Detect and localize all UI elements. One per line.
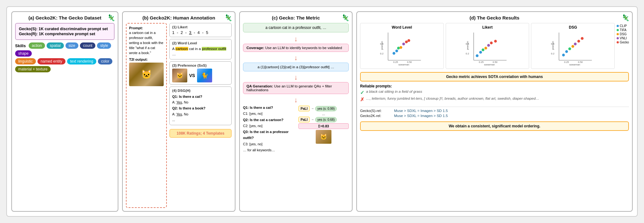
skill-named-entity: named entity <box>37 58 65 64</box>
cat-small-image: 🐱 <box>316 130 331 144</box>
svg-text:pearson: pearson <box>552 41 555 50</box>
qa-q2: Q2: Is the cat a cartoon? <box>243 117 296 123</box>
panel-c: 🦎 (c) Gecko: The Metric a cartoon cat in… <box>239 11 353 212</box>
qa-gen-title: QA Generation: <box>246 84 273 88</box>
skill-color: color <box>98 58 112 64</box>
consistent-box: We obtain a consistent, significant mode… <box>360 121 629 131</box>
check-icon: ✓ <box>360 90 364 96</box>
gecko-r-text: Gecko(R): 1K comprehensive prompt set <box>19 32 111 36</box>
qa-gen-box: QA Generation: Use an LLM to generate QA… <box>243 82 349 94</box>
yes-bubble-1: yes (s: 0.99) <box>315 106 337 111</box>
dsg-a2: A: Yes, No <box>172 111 229 117</box>
svg-point-22 <box>476 54 478 57</box>
svg-text:0.2: 0.2 <box>551 52 555 55</box>
arrow-3: ↓ <box>243 73 349 81</box>
skill-linguistic: linguistic <box>15 58 36 64</box>
legend-label-clip: CLIP <box>620 24 627 28</box>
ordering-row-1: Gecko(S)-rel: Muse > SDXL = Imagen > SD … <box>360 108 629 113</box>
preference-box: (3) Preference (SxS) 🐱 VS 🐈 <box>169 61 232 85</box>
panel-b-inner: Prompt: a cartoon cat in a professor out… <box>126 23 232 208</box>
chart-dsg: DSG 0.25 0.50 0.2 0.4 pearson sp <box>531 23 615 69</box>
annotation4-title: (4) DSG(H) <box>172 89 229 92</box>
chart3-title: DSG <box>533 25 613 30</box>
legend-dot-tifa <box>617 29 619 31</box>
bad-prompt-text: …, letterism, funny jumbled let-ters, [ … <box>366 97 539 100</box>
annotation-right: (1) Likert 1 - 2 - 3 - 4 - 5 (2) Word Le… <box>169 23 232 208</box>
good-prompt-item: ✓ a black cat sitting in a field of gras… <box>360 90 629 96</box>
legend-label-vnli: VNLI <box>620 36 627 40</box>
arrow-pali-2: → <box>311 118 314 121</box>
svg-text:spearman: spearman <box>484 63 495 65</box>
gecko-dataset-info: Gecko(S): 1K curated discriminative prom… <box>15 23 115 40</box>
good-prompt-text: a black cat sitting in a field of grass <box>366 90 422 93</box>
highlight-cartoon: cartoon <box>175 47 188 51</box>
gecko-icon-b: 🦎 <box>224 14 232 21</box>
skill-spatial: spatial <box>47 42 64 49</box>
word-level-box: (2) Word Level A cartoon cat in a profes… <box>169 39 232 59</box>
legend-dsg: DSG <box>617 32 629 36</box>
dsg-q1: Q1: Is there a cat? <box>172 94 229 100</box>
svg-point-7 <box>393 52 395 55</box>
legend-dot-dsg <box>617 33 619 35</box>
likert-box: (1) Likert 1 - 2 - 3 - 4 - 5 <box>169 23 232 37</box>
preference-images: 🐱 VS 🐈 <box>172 69 229 82</box>
legend-dot-clip <box>617 25 619 27</box>
panel-a-title: (a) Gecko2K: The Gecko Dataset <box>15 15 115 20</box>
qa-c3: C3: [yes, no] <box>243 141 296 147</box>
panel-b: 🦎 (b) Gecko2K: Human Annotation Prompt: … <box>122 11 235 212</box>
chart2-title: Likert <box>448 25 527 30</box>
svg-point-42 <box>578 40 580 43</box>
metric-prompt-display: a cartoon cat in a professor outfit, … <box>243 23 349 32</box>
legend-label-tifa: TIFA <box>620 28 626 32</box>
qa-dots: … for all keywords… <box>243 147 296 153</box>
svg-text:0.25: 0.25 <box>393 61 398 64</box>
ratings-badge: 108K Ratings; 4 Templates <box>169 129 232 138</box>
svg-point-24 <box>482 48 484 51</box>
annotation3-title: (3) Preference (SxS) <box>172 64 229 67</box>
arrow-pali-1: → <box>311 107 314 110</box>
svg-point-38 <box>565 50 568 53</box>
chart1-svg: 0.25 0.50 0.2 0.4 pearson spe <box>362 31 442 65</box>
skill-style: style <box>97 42 111 49</box>
qa-q1: Q1: Is there a cat? <box>243 105 296 111</box>
prompt-text: a cartoon cat in a professor outfit, wri… <box>129 31 164 56</box>
pali-label-1: PaLI <box>298 106 310 111</box>
arrow-1: ↓ <box>243 35 349 43</box>
qa-c2: C2: [yes, no] <box>243 123 296 129</box>
svg-text:0.25: 0.25 <box>479 61 483 64</box>
reliable-title: Reliable prompts: <box>360 84 629 88</box>
svg-point-28 <box>494 40 497 43</box>
skills-row-1: Skills action spatial size count style s… <box>15 42 115 57</box>
coverage-box: Coverage: Use an LLM to identify keyword… <box>243 44 349 52</box>
skill-shape: shape <box>15 50 32 57</box>
gecko-s-text: Gecko(S): 1K curated discriminative prom… <box>19 27 111 31</box>
svg-text:pearson: pearson <box>381 41 383 50</box>
svg-point-37 <box>562 54 565 57</box>
panel-c-title: (c) Gecko: The Metric <box>243 15 349 20</box>
skill-text-rendering: text rendering <box>67 58 96 64</box>
annotation2-title: (2) Word Level <box>172 41 229 45</box>
ordering1-label: Gecko(S)-rel: <box>360 109 392 113</box>
chart-likert: Likert 0.25 0.50 0.2 0.4 pearson <box>446 23 529 69</box>
prompt-box: Prompt: a cartoon cat in a professor out… <box>126 23 167 208</box>
legend-vnli: VNLI <box>617 36 629 40</box>
qa-c1: C1: [yes, no] <box>243 111 296 117</box>
prompt-label: Prompt: <box>129 26 164 30</box>
vs-label: VS <box>189 73 195 78</box>
t2i-label: T2I output: <box>129 58 164 61</box>
pali-label-2: PaLI <box>298 117 310 122</box>
svg-point-10 <box>399 46 402 49</box>
yes-bubble-2: yes (s: 0.68) <box>315 117 337 122</box>
dsg-q2: Q2: Is there a book? <box>172 105 229 111</box>
ordering2-label: Gecko2K-rel: <box>360 114 392 118</box>
dsg-a1: A: Yes, No <box>172 99 229 105</box>
svg-point-40 <box>572 45 574 48</box>
ordering-row-2: Gecko2K-rel: Muse > SDXL = Imagen > SD 1… <box>360 113 629 118</box>
svg-point-41 <box>574 42 577 45</box>
reliable-section: Reliable prompts: ✓ a black cat sitting … <box>360 84 629 103</box>
dsg-box: (4) DSG(H) Q1: Is there a cat? A: Yes, N… <box>169 86 232 125</box>
qa-q3: Q3: Is the cat in a professor outfit? <box>243 129 296 141</box>
main-container: 🦎 (a) Gecko2K: The Gecko Dataset Gecko(S… <box>6 6 638 217</box>
svg-point-9 <box>397 47 400 50</box>
skills-label: Skills <box>15 43 26 48</box>
